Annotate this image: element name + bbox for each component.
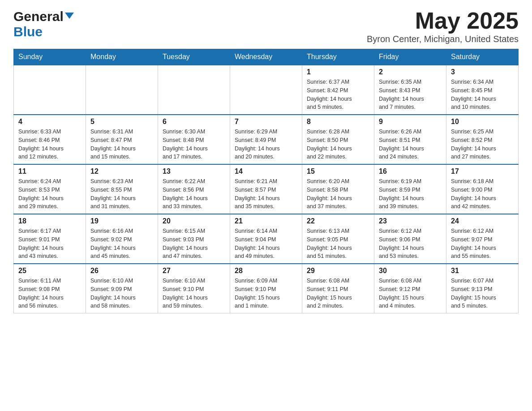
column-header-wednesday: Wednesday <box>230 49 302 65</box>
calendar-cell: 21Sunrise: 6:14 AM Sunset: 9:04 PM Dayli… <box>230 214 302 264</box>
month-year-title: May 2025 <box>367 9 519 32</box>
day-number: 6 <box>163 118 225 126</box>
calendar-cell: 26Sunrise: 6:10 AM Sunset: 9:09 PM Dayli… <box>86 264 158 313</box>
calendar-table: SundayMondayTuesdayWednesdayThursdayFrid… <box>13 49 519 313</box>
day-number: 5 <box>90 118 153 126</box>
day-info: Sunrise: 6:08 AM Sunset: 9:11 PM Dayligh… <box>307 277 369 310</box>
day-number: 18 <box>18 217 81 225</box>
calendar-header-row: SundayMondayTuesdayWednesdayThursdayFrid… <box>14 49 519 65</box>
day-number: 17 <box>451 167 514 176</box>
day-info: Sunrise: 6:33 AM Sunset: 8:46 PM Dayligh… <box>18 128 81 161</box>
calendar-cell: 18Sunrise: 6:17 AM Sunset: 9:01 PM Dayli… <box>14 214 86 264</box>
day-info: Sunrise: 6:28 AM Sunset: 8:50 PM Dayligh… <box>307 128 369 161</box>
calendar-cell: 8Sunrise: 6:28 AM Sunset: 8:50 PM Daylig… <box>302 115 374 164</box>
day-info: Sunrise: 6:30 AM Sunset: 8:48 PM Dayligh… <box>163 128 225 161</box>
day-number: 2 <box>379 68 442 76</box>
calendar-cell: 29Sunrise: 6:08 AM Sunset: 9:11 PM Dayli… <box>302 264 374 313</box>
day-info: Sunrise: 6:10 AM Sunset: 9:10 PM Dayligh… <box>163 277 225 310</box>
calendar-cell: 19Sunrise: 6:16 AM Sunset: 9:02 PM Dayli… <box>86 214 158 264</box>
day-number: 20 <box>163 217 225 225</box>
location-subtitle: Byron Center, Michigan, United States <box>367 34 519 44</box>
calendar-cell: 24Sunrise: 6:12 AM Sunset: 9:07 PM Dayli… <box>446 214 519 264</box>
week-row-3: 11Sunrise: 6:24 AM Sunset: 8:53 PM Dayli… <box>14 164 519 214</box>
calendar-cell: 31Sunrise: 6:07 AM Sunset: 9:13 PM Dayli… <box>446 264 519 313</box>
day-info: Sunrise: 6:14 AM Sunset: 9:04 PM Dayligh… <box>235 227 297 261</box>
day-number: 11 <box>18 167 81 176</box>
day-number: 31 <box>451 267 514 275</box>
calendar-cell: 2Sunrise: 6:35 AM Sunset: 8:43 PM Daylig… <box>374 65 446 115</box>
day-number: 1 <box>307 68 369 76</box>
day-info: Sunrise: 6:24 AM Sunset: 8:53 PM Dayligh… <box>18 177 81 211</box>
day-info: Sunrise: 6:09 AM Sunset: 9:10 PM Dayligh… <box>235 277 297 310</box>
day-info: Sunrise: 6:13 AM Sunset: 9:05 PM Dayligh… <box>307 227 369 261</box>
day-number: 16 <box>379 167 442 176</box>
day-info: Sunrise: 6:15 AM Sunset: 9:03 PM Dayligh… <box>163 227 225 261</box>
day-info: Sunrise: 6:18 AM Sunset: 9:00 PM Dayligh… <box>451 177 514 211</box>
day-info: Sunrise: 6:10 AM Sunset: 9:09 PM Dayligh… <box>90 277 153 310</box>
calendar-cell <box>230 65 302 115</box>
day-number: 29 <box>307 267 369 275</box>
title-block: May 2025 Byron Center, Michigan, United … <box>367 9 519 44</box>
calendar-cell: 27Sunrise: 6:10 AM Sunset: 9:10 PM Dayli… <box>158 264 230 313</box>
calendar-cell: 30Sunrise: 6:08 AM Sunset: 9:12 PM Dayli… <box>374 264 446 313</box>
calendar-cell <box>14 65 86 115</box>
day-info: Sunrise: 6:12 AM Sunset: 9:06 PM Dayligh… <box>379 227 442 261</box>
day-number: 12 <box>90 167 153 176</box>
column-header-friday: Friday <box>374 49 446 65</box>
day-number: 24 <box>451 217 514 225</box>
logo: General Blue <box>13 9 74 39</box>
day-number: 25 <box>18 267 81 275</box>
week-row-4: 18Sunrise: 6:17 AM Sunset: 9:01 PM Dayli… <box>14 214 519 264</box>
day-info: Sunrise: 6:17 AM Sunset: 9:01 PM Dayligh… <box>18 227 81 261</box>
column-header-saturday: Saturday <box>446 49 519 65</box>
calendar-cell: 3Sunrise: 6:34 AM Sunset: 8:45 PM Daylig… <box>446 65 519 115</box>
column-header-sunday: Sunday <box>14 49 86 65</box>
calendar-cell: 16Sunrise: 6:19 AM Sunset: 8:59 PM Dayli… <box>374 164 446 214</box>
week-row-2: 4Sunrise: 6:33 AM Sunset: 8:46 PM Daylig… <box>14 115 519 164</box>
logo-general: General <box>13 9 64 24</box>
day-info: Sunrise: 6:26 AM Sunset: 8:51 PM Dayligh… <box>379 128 442 161</box>
day-number: 9 <box>379 118 442 126</box>
day-number: 4 <box>18 118 81 126</box>
logo-blue: Blue <box>13 24 43 39</box>
week-row-1: 1Sunrise: 6:37 AM Sunset: 8:42 PM Daylig… <box>14 65 519 115</box>
day-info: Sunrise: 6:19 AM Sunset: 8:59 PM Dayligh… <box>379 177 442 211</box>
calendar-cell: 13Sunrise: 6:22 AM Sunset: 8:56 PM Dayli… <box>158 164 230 214</box>
calendar-cell: 15Sunrise: 6:20 AM Sunset: 8:58 PM Dayli… <box>302 164 374 214</box>
day-info: Sunrise: 6:08 AM Sunset: 9:12 PM Dayligh… <box>379 277 442 310</box>
day-number: 28 <box>235 267 297 275</box>
calendar-cell: 4Sunrise: 6:33 AM Sunset: 8:46 PM Daylig… <box>14 115 86 164</box>
logo-arrow-icon <box>65 13 74 19</box>
page-header: General Blue May 2025 Byron Center, Mich… <box>13 9 519 44</box>
day-info: Sunrise: 6:25 AM Sunset: 8:52 PM Dayligh… <box>451 128 514 161</box>
day-info: Sunrise: 6:31 AM Sunset: 8:47 PM Dayligh… <box>90 128 153 161</box>
day-number: 8 <box>307 118 369 126</box>
day-number: 7 <box>235 118 297 126</box>
day-number: 3 <box>451 68 514 76</box>
calendar-cell: 22Sunrise: 6:13 AM Sunset: 9:05 PM Dayli… <box>302 214 374 264</box>
day-number: 15 <box>307 167 369 176</box>
day-info: Sunrise: 6:34 AM Sunset: 8:45 PM Dayligh… <box>451 78 514 111</box>
column-header-monday: Monday <box>86 49 158 65</box>
day-number: 10 <box>451 118 514 126</box>
day-info: Sunrise: 6:20 AM Sunset: 8:58 PM Dayligh… <box>307 177 369 211</box>
calendar-cell: 9Sunrise: 6:26 AM Sunset: 8:51 PM Daylig… <box>374 115 446 164</box>
calendar-cell: 14Sunrise: 6:21 AM Sunset: 8:57 PM Dayli… <box>230 164 302 214</box>
calendar-cell <box>86 65 158 115</box>
day-info: Sunrise: 6:29 AM Sunset: 8:49 PM Dayligh… <box>235 128 297 161</box>
day-number: 27 <box>163 267 225 275</box>
calendar-cell: 6Sunrise: 6:30 AM Sunset: 8:48 PM Daylig… <box>158 115 230 164</box>
calendar-cell: 5Sunrise: 6:31 AM Sunset: 8:47 PM Daylig… <box>86 115 158 164</box>
day-number: 13 <box>163 167 225 176</box>
day-number: 22 <box>307 217 369 225</box>
calendar-cell: 17Sunrise: 6:18 AM Sunset: 9:00 PM Dayli… <box>446 164 519 214</box>
day-info: Sunrise: 6:22 AM Sunset: 8:56 PM Dayligh… <box>163 177 225 211</box>
calendar-cell: 11Sunrise: 6:24 AM Sunset: 8:53 PM Dayli… <box>14 164 86 214</box>
calendar-cell: 20Sunrise: 6:15 AM Sunset: 9:03 PM Dayli… <box>158 214 230 264</box>
day-info: Sunrise: 6:07 AM Sunset: 9:13 PM Dayligh… <box>451 277 514 310</box>
calendar-cell: 28Sunrise: 6:09 AM Sunset: 9:10 PM Dayli… <box>230 264 302 313</box>
week-row-5: 25Sunrise: 6:11 AM Sunset: 9:08 PM Dayli… <box>14 264 519 313</box>
day-info: Sunrise: 6:16 AM Sunset: 9:02 PM Dayligh… <box>90 227 153 261</box>
calendar-cell: 23Sunrise: 6:12 AM Sunset: 9:06 PM Dayli… <box>374 214 446 264</box>
day-number: 21 <box>235 217 297 225</box>
